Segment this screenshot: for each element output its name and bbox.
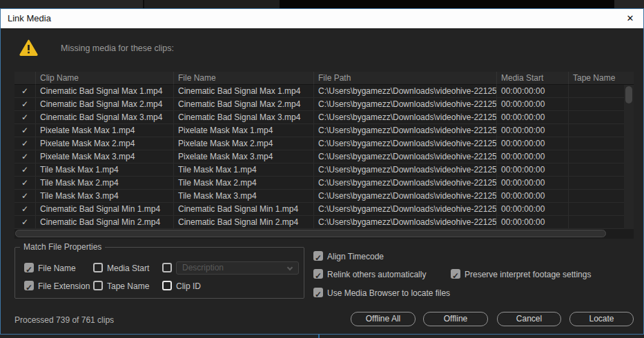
cell-file-path: C:\Users\bygamezz\Downloads\videohive-22… (313, 203, 496, 216)
cell-file-path: C:\Users\bygamezz\Downloads\videohive-22… (313, 177, 496, 190)
checkbox-clip-id[interactable] (162, 281, 172, 290)
check-icon: ✓ (21, 99, 28, 109)
missing-media-table: Clip Name File Name File Path Media Star… (14, 72, 634, 239)
row-checkmark[interactable]: ✓ (14, 216, 35, 229)
background-app-bottom (0, 335, 644, 338)
row-checkmark[interactable]: ✓ (14, 85, 35, 98)
table-row[interactable]: ✓ Cinematic Bad Signal Min 1.mp4 Cinemat… (14, 203, 634, 216)
cell-media-start: 00:00:00:00 (496, 163, 568, 177)
checkbox-label: Preserve interpret footage settings (465, 270, 591, 279)
match-file-properties-group: Match File Properties ✓ File Name Media … (14, 247, 304, 299)
row-checkmark[interactable]: ✓ (14, 98, 35, 111)
check-icon: ✓ (21, 178, 28, 188)
status-text: Processed 739 of 761 clips (14, 315, 114, 325)
table-row[interactable]: ✓ Tile Mask Max 3.mp4 Tile Mask Max 3.mp… (14, 190, 634, 203)
row-checkmark[interactable]: ✓ (14, 177, 35, 190)
row-checkmark[interactable]: ✓ (14, 137, 35, 150)
horizontal-scrollbar[interactable] (14, 229, 634, 239)
locate-button[interactable]: Locate (569, 312, 634, 326)
row-checkmark[interactable]: ✓ (14, 190, 35, 203)
table-row[interactable]: ✓ Tile Mask Max 2.mp4 Tile Mask Max 2.mp… (14, 177, 634, 190)
column-header-file-path: File Path (313, 72, 496, 85)
checkbox-label: Clip ID (176, 281, 201, 291)
table-row[interactable]: ✓ Cinematic Bad Signal Max 1.mp4 Cinemat… (14, 85, 634, 98)
cell-file-name: Cinematic Bad Signal Min 2.mp4 (173, 216, 313, 229)
check-icon: ✓ (315, 271, 322, 281)
dropdown-value: Description (182, 263, 224, 272)
cell-file-path: C:\Users\bygamezz\Downloads\videohive-22… (313, 111, 496, 124)
cell-media-start: 00:00:00:00 (496, 216, 568, 229)
cell-tape-name (568, 163, 624, 177)
cell-file-path: C:\Users\bygamezz\Downloads\videohive-22… (313, 98, 496, 111)
checkbox-media-start[interactable] (93, 263, 103, 272)
column-header-file-name: File Name (173, 72, 313, 85)
row-checkmark[interactable]: ✓ (14, 203, 35, 216)
row-checkmark[interactable]: ✓ (14, 111, 35, 124)
checkbox-file-name[interactable]: ✓ (24, 263, 34, 272)
check-icon: ✓ (21, 139, 28, 148)
cell-clip-name: Cinematic Bad Signal Max 2.mp4 (35, 98, 173, 111)
cell-media-start: 00:00:00:00 (496, 98, 568, 111)
check-icon: ✓ (21, 112, 28, 122)
background-app-top (0, 0, 644, 8)
cell-file-path: C:\Users\bygamezz\Downloads\videohive-22… (313, 124, 496, 137)
table-row[interactable]: ✓ Cinematic Bad Signal Max 2.mp4 Cinemat… (14, 98, 634, 111)
table-row[interactable]: ✓ Tile Mask Max 1.mp4 Tile Mask Max 1.mp… (14, 163, 634, 177)
close-icon[interactable]: ✕ (621, 9, 639, 28)
table-header: Clip Name File Name File Path Media Star… (14, 72, 634, 85)
column-header-clip-name: Clip Name (35, 72, 173, 85)
row-checkmark[interactable]: ✓ (14, 150, 35, 163)
checkbox-label: File Extension (38, 281, 90, 291)
cell-tape-name (568, 137, 624, 150)
cell-tape-name (568, 85, 624, 98)
description-dropdown[interactable]: Description (176, 261, 299, 275)
cell-file-name: Pixelate Mask Max 3.mp4 (173, 150, 313, 163)
checkbox-relink-others[interactable]: ✓ (313, 269, 323, 279)
warning-message: Missing media for these clips: (61, 43, 174, 53)
checkbox-use-media-browser[interactable]: ✓ (313, 288, 323, 297)
offline-button[interactable]: Offline (423, 312, 488, 326)
horizontal-scrollbar-thumb[interactable] (15, 230, 606, 237)
cell-tape-name (568, 190, 624, 203)
table-row[interactable]: ✓ Cinematic Bad Signal Min 2.mp4 Cinemat… (14, 216, 634, 229)
cell-media-start: 00:00:00:00 (496, 203, 568, 216)
bg-segment (280, 0, 614, 8)
checkbox-label: Tape Name (107, 281, 149, 291)
cell-media-start: 00:00:00:00 (496, 124, 568, 137)
cell-clip-name: Pixelate Mask Max 2.mp4 (35, 137, 173, 150)
checkbox-tape-name[interactable] (93, 281, 103, 290)
cell-media-start: 00:00:00:00 (496, 137, 568, 150)
offline-all-button[interactable]: Offline All (351, 312, 416, 326)
vertical-scrollbar-thumb[interactable] (625, 86, 632, 103)
cell-file-path: C:\Users\bygamezz\Downloads\videohive-22… (313, 137, 496, 150)
cell-file-path: C:\Users\bygamezz\Downloads\videohive-22… (313, 150, 496, 163)
vertical-scrollbar[interactable] (624, 85, 634, 229)
bg-segment (0, 0, 143, 8)
cell-file-name: Cinematic Bad Signal Min 1.mp4 (173, 203, 313, 216)
cell-clip-name: Cinematic Bad Signal Max 3.mp4 (35, 111, 173, 124)
cell-file-name: Tile Mask Max 2.mp4 (173, 177, 313, 190)
cell-clip-name: Tile Mask Max 1.mp4 (35, 163, 173, 177)
checkbox-preserve-interpret[interactable]: ✓ (451, 269, 460, 279)
cell-file-name: Cinematic Bad Signal Max 2.mp4 (173, 98, 313, 111)
dialog-titlebar: Link Media ✕ (1, 9, 643, 28)
table-row[interactable]: ✓ Pixelate Mask Max 2.mp4 Pixelate Mask … (14, 137, 634, 150)
checkbox-file-extension[interactable]: ✓ (24, 281, 34, 290)
cancel-button[interactable]: Cancel (497, 312, 561, 326)
row-checkmark[interactable]: ✓ (14, 163, 35, 177)
check-icon: ✓ (21, 152, 28, 161)
cell-tape-name (568, 150, 624, 163)
row-checkmark[interactable]: ✓ (14, 124, 35, 137)
checkbox-label: Use Media Browser to locate files (327, 288, 450, 298)
cell-file-path: C:\Users\bygamezz\Downloads\videohive-22… (313, 190, 496, 203)
checkbox-description[interactable] (162, 263, 172, 272)
table-row[interactable]: ✓ Cinematic Bad Signal Max 3.mp4 Cinemat… (14, 111, 634, 124)
cell-clip-name: Tile Mask Max 3.mp4 (35, 190, 173, 203)
table-row[interactable]: ✓ Pixelate Mask Max 1.mp4 Pixelate Mask … (14, 124, 634, 137)
link-media-dialog: Link Media ✕ Missing media for these cli… (0, 8, 644, 335)
table-row[interactable]: ✓ Pixelate Mask Max 3.mp4 Pixelate Mask … (14, 150, 634, 163)
checkbox-align-timecode[interactable]: ✓ (313, 251, 323, 261)
bg-segment (614, 0, 644, 8)
cell-file-name: Cinematic Bad Signal Max 1.mp4 (173, 85, 313, 98)
checkbox-label: File Name (38, 264, 76, 273)
